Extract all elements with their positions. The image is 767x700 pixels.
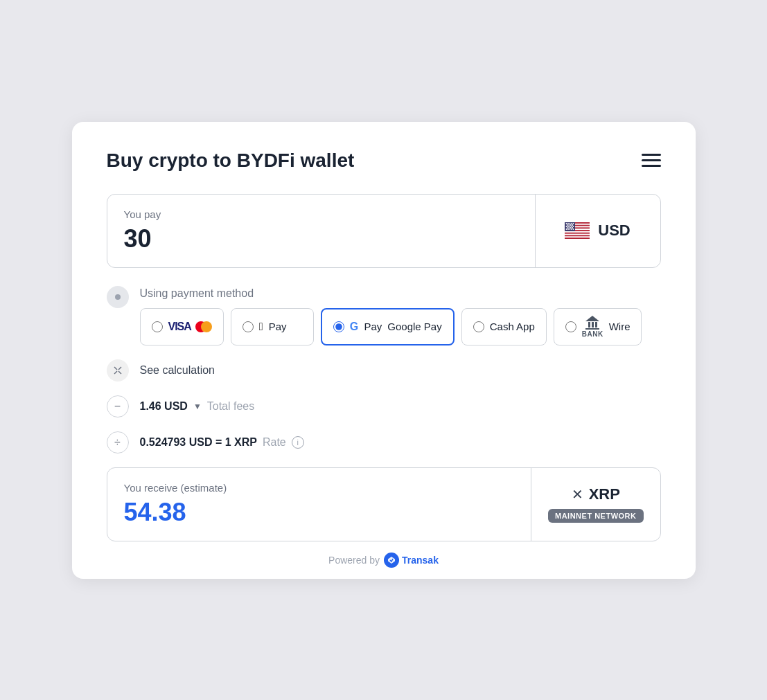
googlepay-radio[interactable] xyxy=(333,321,344,332)
transak-logo: Transak xyxy=(384,553,439,568)
bank-roof xyxy=(585,316,599,321)
rate-info-icon[interactable]: i xyxy=(292,436,304,449)
menu-button[interactable] xyxy=(642,154,661,167)
svg-point-16 xyxy=(572,224,574,226)
currency-label: USD xyxy=(598,222,630,240)
wire-label: Wire xyxy=(609,321,631,332)
fees-label: Total fees xyxy=(207,400,254,413)
svg-point-10 xyxy=(570,223,571,224)
fees-dropdown-arrow[interactable]: ▼ xyxy=(193,402,202,411)
mastercard-icon xyxy=(195,321,212,332)
expand-icon[interactable] xyxy=(107,359,129,382)
transak-label: Transak xyxy=(402,555,439,566)
svg-point-14 xyxy=(569,224,570,226)
svg-point-18 xyxy=(567,226,569,227)
divide-symbol: ÷ xyxy=(114,436,121,449)
svg-point-30 xyxy=(573,228,574,230)
see-calculation-label[interactable]: See calculation xyxy=(140,364,215,377)
svg-point-12 xyxy=(573,223,574,224)
googlepay-label: Google Pay xyxy=(387,321,441,332)
step-indicator-payment xyxy=(107,286,129,308)
svg-point-8 xyxy=(566,223,567,224)
receive-section: You receive (estimate) 54.38 ✕ XRP MAINN… xyxy=(107,467,661,541)
page-title: Buy crypto to BYDFi wallet xyxy=(107,150,355,172)
pay-label: You pay xyxy=(124,208,518,220)
transak-icon xyxy=(384,553,399,568)
rate-content: 0.524793 USD = 1 XRP Rate i xyxy=(140,436,304,449)
svg-point-27 xyxy=(567,228,569,230)
payment-option-bankwire[interactable]: BANK Wire xyxy=(554,308,642,345)
payment-option-visa[interactable]: VISA xyxy=(140,308,224,345)
main-card: Buy crypto to BYDFi wallet You pay 30 xyxy=(72,122,696,579)
fees-row: − 1.46 USD ▼ Total fees xyxy=(107,395,661,418)
xrp-cross-icon: ✕ xyxy=(572,486,583,503)
svg-point-21 xyxy=(573,226,574,227)
us-flag-icon xyxy=(565,222,590,239)
visa-logo: VISA xyxy=(168,321,212,333)
svg-point-20 xyxy=(571,226,572,227)
svg-point-11 xyxy=(571,223,572,224)
svg-line-34 xyxy=(118,367,121,370)
bank-base xyxy=(585,328,599,330)
svg-line-32 xyxy=(114,367,117,370)
svg-point-31 xyxy=(115,294,121,300)
rate-label: Rate xyxy=(263,436,286,449)
bank-pillar xyxy=(595,322,597,327)
svg-point-25 xyxy=(572,227,574,228)
currency-selector[interactable]: USD xyxy=(536,195,660,267)
expand-arrows-icon xyxy=(113,366,123,375)
divide-icon: ÷ xyxy=(107,431,129,454)
pay-section: You pay 30 xyxy=(107,194,661,268)
visa-radio[interactable] xyxy=(152,321,163,332)
applepay-radio[interactable] xyxy=(243,321,254,332)
header: Buy crypto to BYDFi wallet xyxy=(107,150,661,172)
svg-point-13 xyxy=(567,224,568,226)
svg-line-33 xyxy=(118,371,121,374)
receive-amount: 54.38 xyxy=(124,498,515,527)
svg-point-24 xyxy=(570,227,572,228)
fees-value: 1.46 USD xyxy=(140,400,188,413)
bank-pillar xyxy=(592,322,594,327)
network-badge: MAINNET NETWORK xyxy=(548,509,644,523)
transak-logo-icon xyxy=(387,555,396,565)
minus-symbol: − xyxy=(114,400,121,413)
bank-icon: BANK xyxy=(582,316,603,338)
powered-by: Powered by Transak xyxy=(107,541,661,579)
bank-pillar xyxy=(588,322,590,327)
rate-value: 0.524793 USD = 1 XRP xyxy=(140,436,257,449)
minus-icon: − xyxy=(107,395,129,418)
receive-label: You receive (estimate) xyxy=(124,482,515,494)
payment-methods-list: VISA  Pay xyxy=(140,308,661,345)
dot-icon xyxy=(114,294,121,300)
bank-label-text: BANK xyxy=(582,330,603,338)
rate-row: ÷ 0.524793 USD = 1 XRP Rate i xyxy=(107,431,661,454)
xrp-currency-label: XRP xyxy=(589,485,620,503)
receive-left: You receive (estimate) 54.38 xyxy=(107,468,532,541)
svg-rect-5 xyxy=(565,234,590,235)
pay-left: You pay 30 xyxy=(107,195,536,267)
payment-option-googlepay[interactable]: G Pay Google Pay xyxy=(321,308,455,345)
svg-point-29 xyxy=(571,228,572,230)
payment-method-step: Using payment method VISA xyxy=(107,285,661,345)
svg-point-15 xyxy=(570,224,572,226)
receive-currency-selector[interactable]: ✕ XRP MAINNET NETWORK xyxy=(531,468,660,541)
fees-content: 1.46 USD ▼ Total fees xyxy=(140,400,255,413)
payment-method-label: Using payment method xyxy=(140,287,661,300)
cashapp-label: Cash App xyxy=(490,321,535,332)
svg-rect-4 xyxy=(565,231,590,233)
cashapp-radio[interactable] xyxy=(473,321,484,332)
svg-rect-6 xyxy=(565,236,590,237)
mc-orange-circle xyxy=(201,321,212,332)
bankwire-radio[interactable] xyxy=(565,321,576,332)
svg-point-9 xyxy=(567,223,569,224)
payment-method-content: Using payment method VISA xyxy=(140,285,661,345)
svg-point-17 xyxy=(566,226,567,227)
gpay-logo: G Pay xyxy=(350,321,382,333)
powered-by-text: Powered by xyxy=(328,555,380,566)
g-blue: G xyxy=(350,321,358,333)
payment-option-cashapp[interactable]: Cash App xyxy=(461,308,547,345)
svg-point-22 xyxy=(567,227,568,228)
bank-pillars xyxy=(588,322,597,327)
payment-option-applepay[interactable]:  Pay xyxy=(231,308,314,345)
applepay-label: Pay xyxy=(269,321,287,332)
